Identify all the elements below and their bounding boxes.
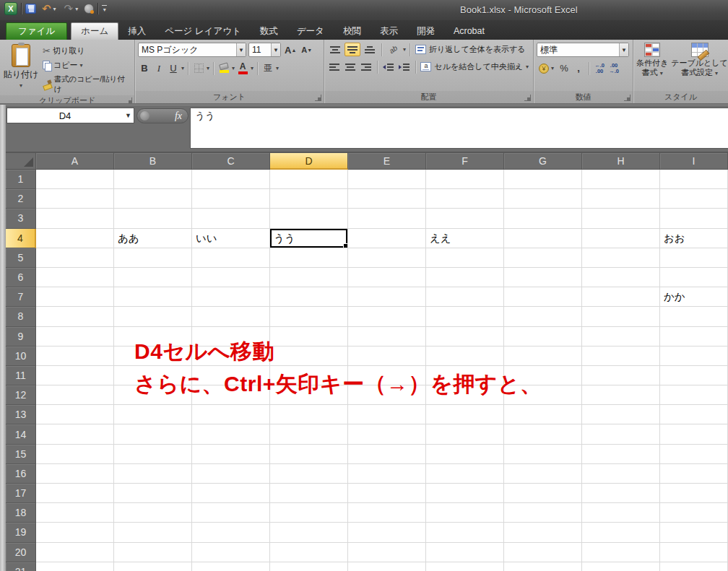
insert-function-button[interactable]: fx xyxy=(136,108,188,123)
cell-A15[interactable] xyxy=(36,445,114,464)
cell-A18[interactable] xyxy=(36,503,114,523)
cell-E3[interactable] xyxy=(348,209,426,228)
cell-H6[interactable] xyxy=(582,268,660,287)
font-color-button[interactable]: A xyxy=(236,61,249,75)
cell-G20[interactable] xyxy=(504,543,582,562)
column-header-F[interactable]: F xyxy=(426,153,504,170)
format-as-table-button[interactable]: テーブルとして 書式設定 ▾ xyxy=(671,43,728,78)
cell-B21[interactable] xyxy=(114,562,192,571)
cell-A6[interactable] xyxy=(36,268,114,287)
cell-F3[interactable] xyxy=(426,209,504,228)
cell-B17[interactable] xyxy=(114,484,192,503)
print-preview-icon[interactable] xyxy=(84,4,94,14)
tab-ページ レイアウト[interactable]: ページ レイアウト xyxy=(155,22,251,40)
cell-G19[interactable] xyxy=(504,523,582,542)
cell-I16[interactable] xyxy=(660,464,728,484)
cell-A11[interactable] xyxy=(36,366,114,385)
tab-ホーム[interactable]: ホーム xyxy=(71,22,118,40)
cell-F5[interactable] xyxy=(426,248,504,268)
align-center-button[interactable] xyxy=(343,60,358,74)
cell-D1[interactable] xyxy=(270,170,348,189)
grow-font-button[interactable]: A▲ xyxy=(283,43,298,57)
cell-D6[interactable] xyxy=(270,268,348,287)
row-header-13[interactable]: 13 xyxy=(6,405,36,424)
cell-A5[interactable] xyxy=(36,248,114,268)
cell-B14[interactable] xyxy=(114,424,192,444)
cell-B15[interactable] xyxy=(114,445,192,464)
cell-A7[interactable] xyxy=(36,287,114,307)
cell-B6[interactable] xyxy=(114,268,192,287)
cell-G3[interactable] xyxy=(504,209,582,228)
column-header-A[interactable]: A xyxy=(36,153,114,170)
cell-D14[interactable] xyxy=(270,424,348,444)
cell-A10[interactable] xyxy=(36,346,114,366)
cell-E1[interactable] xyxy=(348,170,426,189)
cell-C3[interactable] xyxy=(192,209,270,228)
row-header-9[interactable]: 9 xyxy=(6,327,36,346)
tab-Acrobat[interactable]: Acrobat xyxy=(444,22,494,40)
row-header-8[interactable]: 8 xyxy=(6,307,36,326)
undo-button[interactable]: ↶▾ xyxy=(40,3,58,14)
conditional-formatting-button[interactable]: 条件付き 書式 ▾ xyxy=(636,43,668,78)
borders-button[interactable] xyxy=(192,61,205,75)
cell-I11[interactable] xyxy=(660,366,728,385)
cell-C17[interactable] xyxy=(192,484,270,503)
cell-A13[interactable] xyxy=(36,405,114,424)
cell-G6[interactable] xyxy=(504,268,582,287)
row-header-2[interactable]: 2 xyxy=(6,189,36,209)
cell-C7[interactable] xyxy=(192,287,270,307)
cell-A8[interactable] xyxy=(36,307,114,326)
cell-C18[interactable] xyxy=(192,503,270,523)
align-top-button[interactable] xyxy=(327,43,343,56)
cell-G13[interactable] xyxy=(504,405,582,424)
cell-D5[interactable] xyxy=(270,248,348,268)
cell-D21[interactable] xyxy=(270,562,348,571)
cut-button[interactable]: ✂切り取り xyxy=(40,45,131,57)
cell-H17[interactable] xyxy=(582,484,660,503)
cell-H5[interactable] xyxy=(582,248,660,268)
cell-H7[interactable] xyxy=(582,287,660,307)
cell-E7[interactable] xyxy=(348,287,426,307)
cell-G21[interactable] xyxy=(504,562,582,571)
row-header-7[interactable]: 7 xyxy=(6,287,36,307)
cell-H21[interactable] xyxy=(582,562,660,571)
cell-I14[interactable] xyxy=(660,424,728,444)
tab-挿入[interactable]: 挿入 xyxy=(118,22,155,40)
align-bottom-button[interactable] xyxy=(362,43,378,56)
cell-A17[interactable] xyxy=(36,484,114,503)
align-middle-button[interactable] xyxy=(344,43,360,56)
cell-G14[interactable] xyxy=(504,424,582,444)
cell-C5[interactable] xyxy=(192,248,270,268)
cell-G18[interactable] xyxy=(504,503,582,523)
tab-開発[interactable]: 開発 xyxy=(407,22,444,40)
cell-H20[interactable] xyxy=(582,543,660,562)
dialog-launcher-icon[interactable] xyxy=(524,95,531,101)
cell-I8[interactable] xyxy=(660,307,728,326)
cell-D8[interactable] xyxy=(270,307,348,326)
cell-E5[interactable] xyxy=(348,248,426,268)
chevron-down-icon[interactable]: ▼ xyxy=(123,112,134,119)
save-icon[interactable] xyxy=(25,4,36,14)
row-header-5[interactable]: 5 xyxy=(6,248,36,268)
cell-F1[interactable] xyxy=(426,170,504,189)
cell-C4[interactable]: いい xyxy=(192,229,270,248)
cell-C15[interactable] xyxy=(192,445,270,464)
column-header-I[interactable]: I xyxy=(660,153,728,170)
cell-H4[interactable] xyxy=(582,229,660,248)
cell-E17[interactable] xyxy=(348,484,426,503)
row-header-10[interactable]: 10 xyxy=(6,346,36,366)
cell-H8[interactable] xyxy=(582,307,660,326)
cell-G16[interactable] xyxy=(504,464,582,484)
cell-I17[interactable] xyxy=(660,484,728,503)
cell-C16[interactable] xyxy=(192,464,270,484)
cell-C20[interactable] xyxy=(192,543,270,562)
tab-file[interactable]: ファイル xyxy=(6,22,67,40)
cell-H2[interactable] xyxy=(582,189,660,209)
row-header-18[interactable]: 18 xyxy=(6,503,36,523)
increase-indent-button[interactable] xyxy=(397,60,412,74)
cell-G5[interactable] xyxy=(504,248,582,268)
cell-E2[interactable] xyxy=(348,189,426,209)
cell-D2[interactable] xyxy=(270,189,348,209)
cell-D20[interactable] xyxy=(270,543,348,562)
comma-format-button[interactable]: , xyxy=(572,61,585,75)
